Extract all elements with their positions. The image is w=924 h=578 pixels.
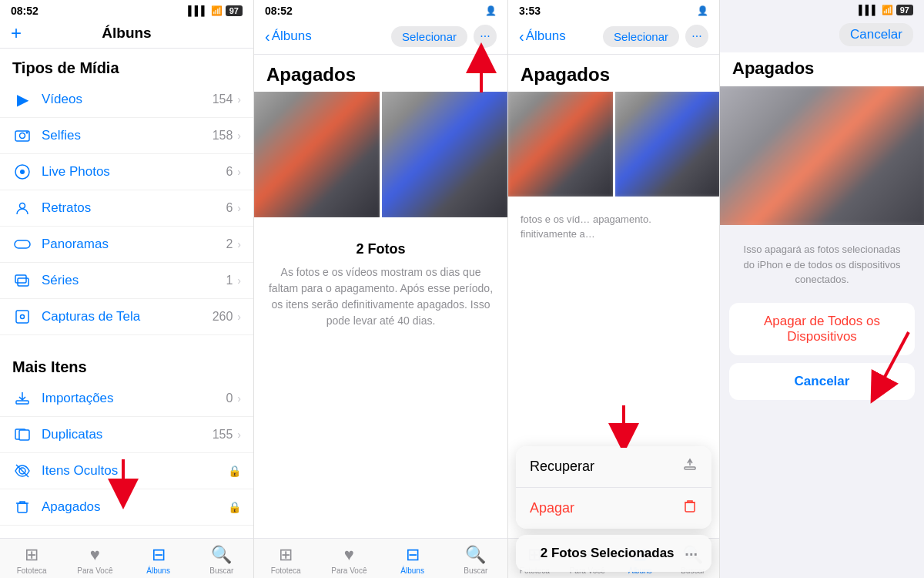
back-button-3[interactable]: ‹ Álbuns (519, 28, 566, 45)
album-selfies[interactable]: Selfies 158 › (0, 118, 253, 154)
back-chevron-icon-2: ‹ (265, 28, 270, 45)
page-title-2: Apagados (254, 55, 507, 92)
back-button-2[interactable]: ‹ Álbuns (265, 28, 312, 45)
album-portraits[interactable]: Retratos 6 › (0, 190, 253, 227)
svg-rect-20 (685, 502, 695, 512)
more-button-2[interactable]: ··· (474, 25, 497, 48)
page-title-3: Apagados (508, 55, 719, 92)
album-duplicates[interactable]: Duplicatas 155 › (0, 417, 253, 453)
nav-header-1: + Álbuns (0, 20, 253, 49)
battery-4: 97 (896, 5, 913, 15)
delete-label: Apagar (530, 500, 574, 516)
duplicates-label: Duplicatas (42, 427, 213, 442)
photo-thumb-2[interactable] (382, 92, 507, 217)
header-actions-2: Selecionar ··· (391, 25, 497, 48)
paravoc-tab-icon-2: ♥ (344, 545, 354, 565)
album-videos[interactable]: ▶ Vídeos 154 › (0, 82, 253, 118)
album-hidden[interactable]: Itens Ocultos 🔒 (0, 453, 253, 489)
tab-buscar-2[interactable]: 🔍 Buscar (444, 543, 507, 576)
imports-icon (12, 388, 32, 408)
album-panoramas[interactable]: Panoramas 2 › (0, 227, 253, 263)
status-bar-4: ▌▌▌ 📶 97 (720, 0, 924, 18)
tab-paravoc-1[interactable]: ♥ Para Você (63, 543, 126, 576)
delete-menu-item[interactable]: Apagar (516, 488, 711, 529)
recover-menu-item[interactable]: Recuperar (516, 446, 711, 488)
panel4-photos (720, 86, 924, 225)
photo-thumb-3b[interactable] (615, 92, 720, 197)
buscar-tab-label: Buscar (209, 566, 233, 575)
album-deleted[interactable]: Apagados 🔒 (0, 489, 253, 526)
tab-fototeca-1[interactable]: ⊞ Fototeca (0, 543, 63, 576)
status-bar-3: 3:53 👤 (508, 0, 719, 20)
recover-label: Recuperar (530, 459, 594, 475)
status-bar-2: 08:52 👤 (254, 0, 507, 20)
action-sheet-bottom: Isso apagará as fotos selecionadas do iP… (720, 225, 924, 578)
tab-paravoc-2[interactable]: ♥ Para Você (317, 543, 380, 576)
panoramas-label: Panoramas (42, 237, 226, 252)
imports-chevron: › (237, 392, 241, 405)
album-livephotos[interactable]: Live Photos 6 › (0, 154, 253, 190)
delete-all-devices-button[interactable]: Apagar de Todos os Dispositivos (729, 303, 915, 355)
svg-point-10 (21, 315, 25, 319)
status-icons-2: 👤 (485, 5, 497, 16)
svg-rect-7 (15, 275, 26, 283)
albums-tab-label: Álbuns (146, 566, 170, 575)
series-count: 1 (226, 274, 233, 287)
screenshots-icon (12, 307, 32, 327)
time-1: 08:52 (11, 5, 38, 17)
time-2: 08:52 (265, 5, 293, 17)
section-media-title: Tipos de Mídia (0, 49, 253, 82)
album-series[interactable]: Séries 1 › (0, 263, 253, 299)
svg-rect-6 (15, 240, 30, 248)
tab-bar-1: ⊞ Fototeca ♥ Para Você ⊟ Álbuns 🔍 Buscar (0, 538, 253, 578)
tab-albums-1[interactable]: ⊟ Álbuns (127, 543, 190, 576)
back-label-3: Álbuns (526, 29, 566, 44)
select-button-2[interactable]: Selecionar (391, 26, 467, 47)
cancel-top-button[interactable]: Cancelar (839, 23, 913, 46)
deleted-scroll-2: Apagados 2 Fotos As fotos e os vídeos mo… (254, 55, 507, 538)
photo-thumb-1[interactable] (254, 92, 380, 217)
paravoc-label-2: Para Você (331, 566, 367, 575)
select-button-3[interactable]: Selecionar (603, 26, 679, 47)
livephotos-chevron: › (237, 166, 241, 178)
videos-label: Vídeos (42, 92, 213, 107)
panel4-title: Apagados (720, 52, 924, 86)
albums-title: Álbuns (102, 25, 151, 42)
tab-buscar-1[interactable]: 🔍 Buscar (190, 543, 253, 576)
albums-tab-icon: ⊟ (152, 545, 166, 565)
hidden-icon (12, 461, 32, 481)
svg-rect-11 (16, 401, 28, 404)
portraits-count: 6 (226, 201, 233, 215)
albums-tab-icon-2: ⊟ (406, 545, 420, 565)
paravoc-tab-icon: ♥ (90, 545, 100, 565)
svg-rect-19 (685, 467, 695, 469)
screenshots-chevron: › (237, 311, 241, 323)
more-button-3[interactable]: ··· (685, 25, 708, 48)
photo-thumb-3a[interactable] (508, 92, 613, 197)
context-menu-overlay: Recuperar Apagar 2 Fotos Selecionadas ··… (508, 446, 719, 578)
series-chevron: › (237, 274, 241, 287)
duplicates-chevron: › (237, 428, 241, 441)
cancel-action-button[interactable]: Cancelar (729, 363, 915, 400)
tab-fototeca-2[interactable]: ⊞ Fototeca (254, 543, 317, 576)
svg-point-1 (20, 133, 25, 139)
videos-count: 154 (213, 92, 233, 106)
panoramas-chevron: › (237, 238, 241, 250)
battery-1: 97 (226, 5, 243, 16)
svg-point-5 (20, 203, 25, 209)
deleted-icon (12, 497, 32, 517)
selfies-icon (12, 126, 32, 146)
add-album-button[interactable]: + (11, 22, 22, 44)
wifi-icon-1: 📶 (211, 5, 223, 16)
photo-info-3: fotos e os víd… apagamento. finitivament… (508, 206, 719, 248)
fototeca-label-2: Fototeca (271, 566, 301, 575)
album-screenshots[interactable]: Capturas de Tela 260 › (0, 299, 253, 335)
tab-bar-2: ⊞ Fototeca ♥ Para Você ⊟ Álbuns 🔍 Buscar (254, 538, 507, 578)
tab-albums-2[interactable]: ⊟ Álbuns (381, 543, 444, 576)
album-imports[interactable]: Importações 0 › (0, 381, 253, 417)
livephotos-label: Live Photos (42, 164, 226, 180)
svg-rect-13 (19, 430, 29, 440)
nav-header-2: ‹ Álbuns Selecionar ··· (254, 20, 507, 55)
photo-grid-3 (508, 92, 719, 206)
albums-scroll: Tipos de Mídia ▶ Vídeos 154 › Selfies 15… (0, 49, 253, 538)
